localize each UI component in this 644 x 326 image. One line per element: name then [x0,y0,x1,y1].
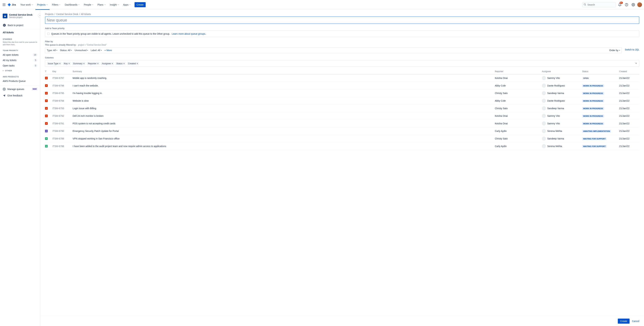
breadcrumb-item[interactable]: All tickets [81,13,91,16]
issue-summary[interactable]: I have been added to the audit project t… [72,145,495,147]
give-feedback-label: Give feedback [8,94,22,97]
status-badge: WORK IN PROGRESS [582,115,604,117]
table-row[interactable]: ITSM-6797Mobile app is randomly crashing… [45,74,639,82]
queue-name-input[interactable] [45,17,639,24]
team-priority-section-label: Add to Team priority [45,27,639,30]
issue-assignee: Sammy Vito [542,76,582,80]
remove-column-icon[interactable]: × [112,62,113,65]
column-tag[interactable]: Reporter× [87,62,100,65]
issue-key[interactable]: ITSM-6789 [52,137,72,140]
all-tickets[interactable]: All tickets [0,29,40,36]
svg-point-22 [46,131,47,131]
team-priority-checkbox[interactable] [47,33,50,35]
table-row[interactable]: ITSM-6788I have been added to the audit … [45,142,639,150]
issue-key[interactable]: ITSM-6796 [52,84,72,87]
back-to-project[interactable]: Back to project [0,22,40,29]
issue-summary[interactable]: Website is slow [72,99,495,102]
columns-section-label: Columns [45,57,639,59]
issue-summary[interactable]: Login issue with Billing [72,107,495,110]
status-badge: WORK IN PROGRESS [582,84,604,87]
app-switcher-icon[interactable] [2,3,6,7]
sidebar-queue-item[interactable]: All my tickets5 [0,58,40,63]
table-row[interactable]: ITSM-6793Login issue with BillingChristy… [45,105,639,112]
sidebar-queue-item[interactable]: Open tasks0 [0,63,40,68]
notifications-icon[interactable]: 9+ [617,2,622,8]
search-input[interactable] [582,2,616,7]
issue-key[interactable]: ITSM-6793 [52,107,72,110]
create-button[interactable]: Create [134,2,146,7]
sidebar-queue-item[interactable]: All open tickets19 [0,52,40,58]
table-row[interactable]: ITSM-6794Website is slowAbby ColeDante R… [45,97,639,105]
table-row[interactable]: ITSM-6789VPN stopped working in San Fran… [45,135,639,142]
jira-logo[interactable]: Jira [8,3,16,7]
aws-products-queue[interactable]: AWS Products Queue [0,78,40,84]
filter-type[interactable]: Type: All▾ [47,49,57,52]
remove-column-icon[interactable]: × [136,62,138,65]
back-label: Back to project [8,24,23,27]
footer-create-button[interactable]: Create [618,318,630,324]
issue-key[interactable]: ITSM-6788 [52,145,72,147]
issue-key[interactable]: ITSM-6792 [52,115,72,117]
issue-key[interactable]: ITSM-6797 [52,77,72,79]
sidebar: Central Service Desk Service project Bac… [0,10,40,326]
filter-unresolved[interactable]: Unresolved▾ [74,49,88,52]
filter-label[interactable]: Label: All▾ [91,49,102,52]
issue-summary[interactable]: Emergency Security Patch Update for Port… [72,130,495,132]
help-icon[interactable] [624,2,629,8]
remove-column-icon[interactable]: × [68,62,70,65]
user-avatar[interactable] [637,2,642,7]
issue-summary[interactable]: Mobile app is randomly crashing. [72,77,495,79]
order-by[interactable]: Order by▾ [609,49,620,52]
column-tag[interactable]: Issue Type× [47,62,62,65]
team-priority-text: Queues in the Team priority group are vi… [51,33,170,35]
nav-item-people[interactable]: People [82,2,95,8]
breadcrumb-item[interactable]: Projects [45,13,54,16]
nav-item-projects[interactable]: Projects [36,2,50,8]
column-tag[interactable]: Status× [116,62,126,65]
column-tag[interactable]: Key× [63,62,71,65]
table-row[interactable]: ITSM-6795I'm having trouble logging in.C… [45,89,639,97]
table-row[interactable]: ITSM-6791POS system is not accepting cre… [45,120,639,127]
nav-item-plans[interactable]: Plans [96,2,107,8]
issue-summary[interactable]: I can't reach the website. [72,84,495,87]
table-row[interactable]: ITSM-6790Emergency Security Patch Update… [45,127,639,135]
give-feedback[interactable]: Give feedback [0,92,40,99]
table-row[interactable]: ITSM-6792Dell 24 inch monitor is brokenK… [45,112,639,120]
table-row[interactable]: ITSM-6796I can't reach the website.Abby … [45,82,639,89]
nav-item-filters[interactable]: Filters [50,2,62,8]
issue-summary[interactable]: VPN stopped working in San Francisco off… [72,137,495,140]
nav-item-dashboards[interactable]: Dashboards [63,2,82,8]
column-tag[interactable]: Summary× [72,62,86,65]
filter-more[interactable]: + More [104,49,112,52]
issue-summary[interactable]: I'm having trouble logging in. [72,92,495,95]
results-table: T Key Summary Reporter Assignee Status C… [45,69,639,150]
issue-key[interactable]: ITSM-6794 [52,99,72,102]
column-tag[interactable]: Created× [127,62,139,65]
nav-item-your-work[interactable]: Your work [19,2,35,8]
settings-icon[interactable] [630,2,636,8]
issue-summary[interactable]: POS system is not accepting credit cards [72,122,495,125]
nav-item-apps[interactable]: Apps [122,2,132,8]
nav-item-insight[interactable]: Insight [108,2,121,8]
learn-more-link[interactable]: Learn more about queue groups. [172,33,206,35]
search-icon [584,3,586,6]
remove-column-icon[interactable]: × [59,62,61,65]
svg-rect-6 [3,5,3,6]
issue-key[interactable]: ITSM-6790 [52,130,72,132]
issue-reporter: Keisha Onai [495,115,542,117]
issue-key[interactable]: ITSM-6791 [52,122,72,125]
remove-column-icon[interactable]: × [124,62,125,65]
issue-key[interactable]: ITSM-6795 [52,92,72,95]
switch-to-jql[interactable]: Switch to JQL [625,48,639,51]
other-section[interactable]: OTHER [0,68,40,73]
remove-column-icon[interactable]: × [97,62,98,65]
filter-status[interactable]: Status: All▾ [60,49,72,52]
columns-expand-icon[interactable] [635,62,638,65]
column-tag[interactable]: Assignee× [101,62,114,65]
manage-queues[interactable]: Manage queues NEW [0,86,40,92]
remove-column-icon[interactable]: × [83,62,85,65]
footer-cancel-button[interactable]: Cancel [632,320,639,322]
breadcrumb-item[interactable]: Central Service Desk [56,13,78,16]
svg-point-17 [46,93,47,94]
issue-summary[interactable]: Dell 24 inch monitor is broken [72,115,495,117]
